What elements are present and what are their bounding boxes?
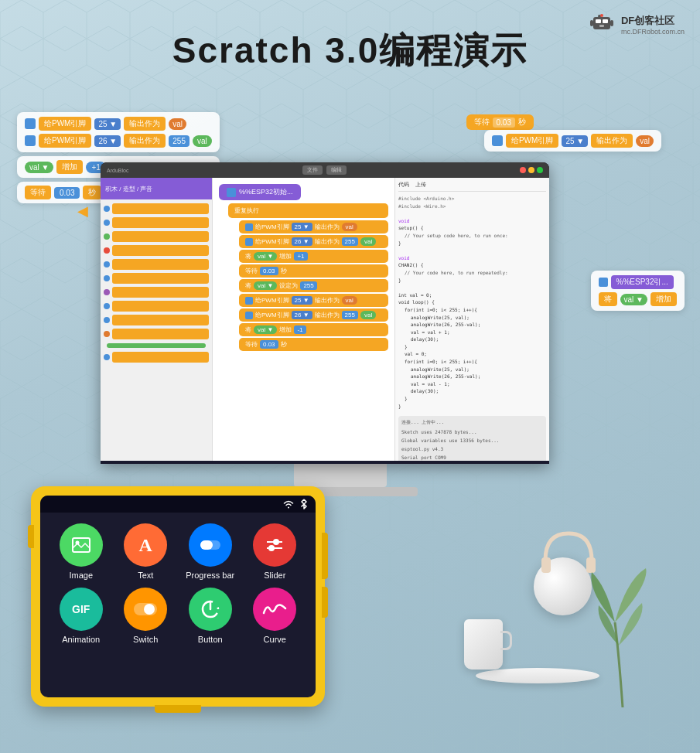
svg-point-15 (268, 545, 275, 551)
inner-blocks: 给PWM引脚 25 ▼ 输出作为 val 给PWM引脚 26 ▼ (239, 220, 388, 351)
app-image[interactable]: Image (53, 523, 110, 580)
sb-row-11 (104, 351, 209, 363)
pin-25: 25 ▼ (94, 118, 121, 130)
dot-red (520, 167, 526, 173)
pwm-block-topright: 给PWM引脚 25 ▼ 输出作为 val (484, 130, 661, 152)
sb-dot-2 (104, 220, 110, 226)
code-line-3: void (398, 217, 546, 225)
app-icon-button[interactable] (189, 588, 232, 631)
scratch-code-panel: 代码 上传 #include <Arduino.h> #include <Wir… (394, 178, 549, 461)
app-icon-slider[interactable] (253, 523, 296, 567)
app-icon-switch[interactable] (124, 588, 167, 631)
device-side-button-right-2 (322, 587, 328, 618)
add-right: 将 (599, 292, 617, 306)
sb-block-6 (112, 273, 209, 284)
app-switch[interactable]: Switch (118, 588, 175, 644)
loop-text: 重复执行 (234, 206, 259, 215)
title-area: Scratch 3.0编程演示 (0, 27, 700, 75)
app-slider[interactable]: Slider (247, 523, 304, 580)
device-outer: Image A Text (31, 486, 325, 707)
app-animation[interactable]: GIF Animation (53, 588, 110, 644)
wait-t2: 等待 (245, 340, 258, 349)
pwm-block-a1: 给PWM引脚 25 ▼ 输出作为 val (239, 220, 388, 233)
esp32-label-right: %%ESP32引... (611, 275, 674, 289)
app-curve[interactable]: Curve (247, 588, 304, 644)
text-letter: A (139, 535, 152, 556)
pwm-label: 给PWM引脚 (39, 117, 91, 131)
app-name-nav: ArduBloc (107, 168, 128, 173)
device-app-grid: Image A Text (40, 513, 316, 655)
output-b1: 输出作为 (315, 296, 340, 305)
pwm-label-2: 给PWM引脚 (39, 134, 91, 148)
pin-25-tr: 25 ▼ (562, 135, 588, 147)
scratch-blocks-area (101, 199, 212, 366)
bluetooth-icon (300, 499, 308, 509)
block-icon-b1 (245, 297, 253, 305)
nav-right-icons (520, 167, 543, 173)
wait-val-2: 0.03 (260, 340, 278, 349)
app-icon-image[interactable] (60, 523, 103, 567)
increase-right: 增加 (650, 292, 677, 306)
code-line-4: setup() { (398, 224, 546, 232)
app-icon-animation[interactable]: GIF (60, 588, 103, 631)
output-a1: 输出作为 (315, 223, 340, 231)
val-green: val (193, 135, 212, 147)
monitor-screen: ArduBloc 文件 编辑 积木 / 造型 / 声音 (101, 162, 549, 464)
svg-point-17 (144, 604, 155, 615)
timing-wait: 等待 (474, 117, 490, 128)
code-line-10: } (398, 277, 546, 285)
add-t3: 增加 (279, 325, 292, 334)
code-delay-2: delay(30); (411, 387, 546, 395)
app-label-slider: Slider (264, 571, 285, 580)
app-label-curve: Curve (264, 635, 286, 644)
code-line-6: } (398, 240, 546, 247)
timing-unit: 秒 (518, 117, 526, 128)
app-label-progressbar: Progress bar (186, 571, 234, 580)
scratch-sidebar: 积木 / 造型 / 声音 (101, 178, 213, 461)
brand-name: DF创客社区 (621, 14, 685, 28)
val-block-1: 将 val ▼ 增加 +1 (239, 250, 388, 263)
app-icon-progressbar[interactable] (189, 523, 232, 567)
app-icon-curve[interactable] (253, 588, 296, 631)
tab-upload: 上传 (415, 181, 426, 189)
nav-btn-1: 文件 (302, 165, 323, 175)
wait-block-2: 等待 0.03 秒 (239, 338, 388, 351)
val-255: 255 (169, 135, 190, 147)
svg-rect-2 (603, 19, 608, 23)
toggle-bar (107, 343, 206, 348)
device-bottom-connector (155, 705, 201, 713)
monitor-content: 积木 / 造型 / 声音 (101, 178, 549, 461)
app-button[interactable]: Button (182, 588, 239, 644)
wait-block-1: 等待 0.03 秒 (239, 264, 388, 278)
output-tr: 输出作为 (591, 134, 633, 148)
app-icon-text[interactable]: A (124, 523, 167, 567)
device-container: Image A Text (31, 486, 325, 707)
block-icon-tr (492, 135, 503, 146)
svg-point-7 (600, 14, 603, 17)
app-label-text: Text (138, 571, 153, 580)
output-b2: 输出作为 (315, 311, 340, 319)
pwm-text-b1: 给PWM引脚 (255, 296, 289, 305)
sb-row-10 (104, 328, 209, 340)
app-progressbar[interactable]: Progress bar (182, 523, 239, 580)
val-a1: val (342, 223, 357, 231)
add-label: 增加 (56, 160, 83, 174)
sb-block-7 (112, 287, 209, 298)
block-icon-2 (25, 135, 36, 146)
code-loop-close: } (398, 403, 546, 411)
val-block-right: 将 val ▼ 增加 (599, 292, 677, 306)
esp32-label: %%ESP32初始... (239, 187, 293, 197)
code-line-8: CHAN2() { (398, 261, 546, 269)
pwm-tr-label: 给PWM引脚 (506, 134, 558, 148)
sb-row-7 (104, 286, 209, 298)
sb-row-3 (104, 230, 209, 243)
val-t2: 将 (245, 281, 251, 290)
sb-dot-8 (104, 303, 110, 309)
block-icon-b2 (245, 312, 253, 319)
dot-yellow (528, 167, 534, 173)
app-text[interactable]: A Text (118, 523, 175, 580)
device-screen: Image A Text (40, 496, 316, 697)
sb-block-10 (112, 329, 209, 339)
sb-dot-9 (104, 317, 110, 323)
device-side-button-left (28, 525, 34, 548)
